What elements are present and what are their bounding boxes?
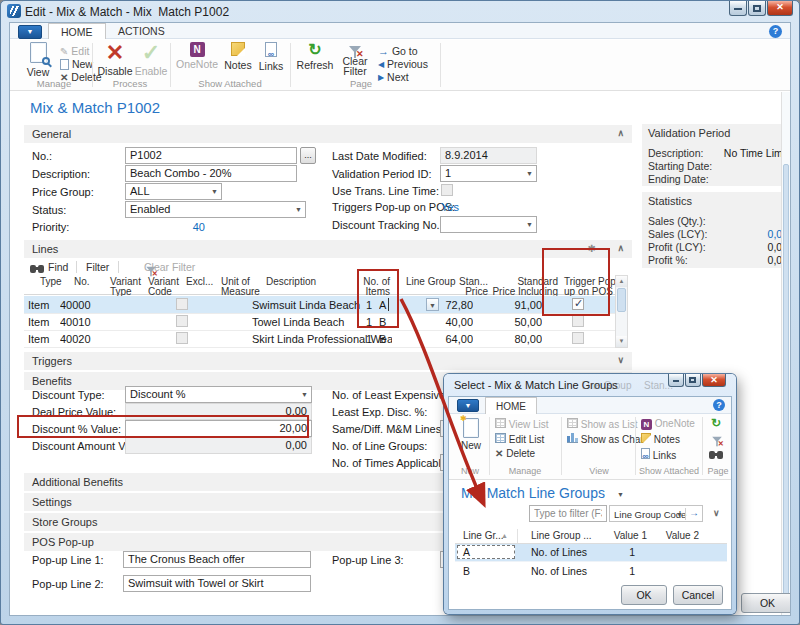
cell-trigger-popup-checkbox[interactable] — [572, 332, 584, 344]
dialog-close-button[interactable] — [702, 374, 726, 387]
page-title-dropdown-icon[interactable]: ▼ — [617, 491, 624, 498]
cell-group[interactable]: No. of Lines — [531, 546, 587, 558]
filter-input[interactable] — [529, 505, 607, 522]
popup-line1-field[interactable]: The Cronus Beach offer — [123, 551, 311, 568]
cell-price[interactable]: 64,00 — [434, 333, 473, 345]
discount-tracking-dropdown[interactable]: ▼ — [440, 216, 537, 233]
new-button[interactable]: New — [60, 57, 93, 69]
validation-period-id-dropdown[interactable]: 1▼ — [440, 165, 537, 182]
col-description[interactable]: Description — [266, 277, 346, 287]
scrollbar-thumb[interactable] — [783, 164, 789, 611]
main-ok-button[interactable]: OK — [741, 593, 791, 613]
cell-trigger-popup-checkbox[interactable] — [572, 315, 584, 327]
dialog-links-button[interactable]: Links — [641, 448, 676, 460]
col-type[interactable]: Type — [40, 277, 74, 287]
dialog-cancel-button[interactable]: Cancel — [673, 585, 723, 605]
dialog-find-button[interactable] — [709, 450, 723, 462]
lines-grid-scrollbar[interactable]: ▲ ▼ — [615, 275, 628, 348]
dialog-row-selected[interactable]: A No. of Lines 1 — [455, 544, 727, 561]
window-scrollbar[interactable] — [781, 92, 790, 615]
clear-filter-button[interactable]: ✕ Clear Filter — [338, 42, 372, 76]
chevron-down-icon[interactable]: ▼ — [526, 170, 533, 177]
scrollbar-thumb[interactable] — [617, 288, 626, 312]
filter-column-selector[interactable]: Line Group Code ▼ → — [609, 505, 703, 522]
dialog-tab-home[interactable]: HOME — [485, 397, 537, 414]
cell-type[interactable]: Item — [28, 299, 64, 311]
tab-actions[interactable]: ACTIONS — [106, 23, 177, 39]
goto-button[interactable]: → Go to — [378, 44, 418, 56]
close-button[interactable] — [767, 1, 793, 16]
application-menu-button[interactable] — [18, 25, 42, 39]
cell-exclude-checkbox[interactable] — [176, 315, 188, 327]
cell-code[interactable]: B — [463, 565, 470, 577]
dialog-notes-button[interactable]: Notes — [641, 433, 680, 445]
dialog-help-icon[interactable] — [713, 399, 725, 411]
collapse-icon[interactable]: ∧ — [617, 128, 624, 138]
chevron-down-icon[interactable]: ▼ — [211, 188, 218, 195]
find-button[interactable]: Find — [48, 261, 68, 273]
factbox-header[interactable]: Validation Period — [648, 127, 730, 139]
col-unit-of-measure[interactable]: Unit of Measure — [221, 277, 261, 297]
filter-button[interactable]: Filter — [86, 261, 109, 273]
fasttab-lines[interactable]: Lines ✱ ∧ — [24, 240, 632, 258]
links-button[interactable]: Links — [256, 42, 286, 72]
dialog-refresh-button[interactable]: ↻ — [711, 417, 721, 429]
use-trans-checkbox[interactable] — [441, 184, 453, 196]
cell-type[interactable]: Item — [28, 316, 64, 328]
chevron-down-icon[interactable]: ▼ — [301, 391, 308, 398]
assist-edit-button[interactable]: ... — [300, 147, 316, 164]
price-group-dropdown[interactable]: ALL▼ — [125, 183, 222, 200]
dialog-clear-filter-button[interactable]: ✕ — [711, 434, 723, 446]
filter-pane-expand-icon[interactable]: ∨ — [713, 508, 720, 518]
popup-line2-field[interactable]: Swimsuit with Towel or Skirt — [123, 575, 311, 592]
dialog-edit-list-button[interactable]: Edit List — [495, 433, 544, 445]
chevron-down-icon[interactable]: ▼ — [526, 221, 533, 228]
cell-price-incl-vat[interactable]: 50,00 — [488, 316, 542, 328]
no-field[interactable]: P1002 — [125, 147, 297, 164]
dialog-delete-button[interactable]: ✕ Delete — [495, 448, 535, 460]
refresh-button[interactable]: ↻ Refresh — [294, 42, 336, 71]
cell-items-needed[interactable]: 1 — [340, 333, 372, 345]
dialog-minimize-button[interactable] — [668, 374, 684, 387]
maximize-button[interactable] — [748, 1, 766, 16]
col-standard-price[interactable]: Stan... Price — [450, 277, 488, 297]
priority-value[interactable]: 40 — [125, 221, 205, 233]
view-button[interactable]: View — [20, 42, 56, 78]
dialog-application-menu-button[interactable] — [457, 399, 479, 412]
chevron-down-icon[interactable]: ▼ — [676, 511, 683, 518]
col-exclude[interactable]: Excl... — [186, 277, 220, 287]
tab-home[interactable]: HOME — [48, 23, 106, 39]
dialog-ok-button[interactable]: OK — [621, 585, 667, 605]
col-variant-code[interactable]: Variant Code — [148, 277, 184, 297]
cell-price-incl-vat[interactable]: 80,00 — [488, 333, 542, 345]
scroll-up-icon[interactable]: ▲ — [616, 276, 627, 287]
collapse-icon[interactable]: ∧ — [617, 243, 624, 253]
cell-price[interactable]: 40,00 — [434, 316, 473, 328]
cell-exclude-checkbox[interactable] — [176, 298, 188, 310]
expand-icon[interactable]: ∨ — [617, 355, 624, 365]
cell-value1[interactable]: 1 — [595, 565, 635, 577]
notes-button[interactable]: Notes — [222, 42, 254, 71]
triggers-popup-value[interactable]: Yes — [441, 201, 459, 213]
scroll-down-icon[interactable]: ▼ — [616, 336, 627, 347]
cell-type[interactable]: Item — [28, 333, 64, 345]
disable-button[interactable]: ✕ Disable — [96, 42, 134, 77]
discount-type-dropdown[interactable]: Discount %▼ — [125, 386, 312, 403]
cell-no[interactable]: 40010 — [60, 316, 110, 328]
minimize-button[interactable] — [729, 1, 747, 16]
factbox-header[interactable]: Statistics — [648, 195, 692, 207]
dialog-maximize-button[interactable] — [685, 374, 701, 387]
cell-group[interactable]: No. of Lines — [531, 565, 587, 577]
cell-no[interactable]: 40000 — [60, 299, 110, 311]
col-no[interactable]: No. — [74, 277, 110, 287]
apply-filter-icon[interactable]: → — [689, 507, 699, 518]
fasttab-triggers[interactable]: Triggers ∨ — [24, 352, 632, 370]
cell-value1[interactable]: 1 — [595, 546, 635, 558]
cell-exclude-checkbox[interactable] — [176, 332, 188, 344]
cell-price[interactable]: 72,80 — [434, 299, 473, 311]
description-field[interactable]: Beach Combo - 20% — [125, 165, 297, 182]
cell-line-group[interactable]: B — [379, 333, 399, 345]
status-dropdown[interactable]: Enabled▼ — [125, 201, 306, 218]
dialog-new-button[interactable]: ✱ New — [457, 418, 485, 451]
help-icon[interactable] — [769, 25, 782, 38]
